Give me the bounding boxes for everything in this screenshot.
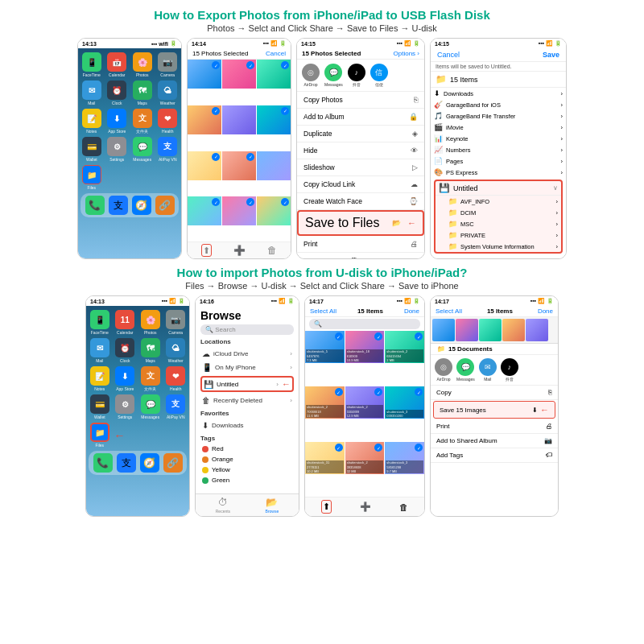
dcim-item[interactable]: 📁DCIM › bbox=[445, 207, 561, 218]
photo-thumb-7[interactable]: ✓ bbox=[188, 151, 221, 180]
avf-item[interactable]: 📁AVF_INFO › bbox=[445, 196, 561, 207]
health-5[interactable]: ❤ Health bbox=[165, 366, 188, 391]
camera-app[interactable]: 📷 Camera bbox=[157, 52, 180, 77]
tiktok-share-app[interactable]: ♪ 抖音 bbox=[348, 64, 365, 87]
watch-face-item[interactable]: Create Watch Face ⌚ bbox=[297, 193, 424, 210]
private-item[interactable]: 📁PRIVATE › bbox=[445, 229, 561, 241]
notes-app[interactable]: 📝 Notes bbox=[80, 109, 103, 134]
notes-5[interactable]: 📝 Notes bbox=[89, 366, 111, 391]
clock-5[interactable]: ⏰ Clock bbox=[114, 338, 137, 363]
phone-3-options[interactable]: Options › bbox=[394, 50, 419, 57]
photo-7-3[interactable]: ✓ shutterstock_2684156942 MB bbox=[385, 331, 424, 363]
select-all-8[interactable]: Select All bbox=[436, 308, 462, 315]
share-7-icon[interactable]: ⬆ bbox=[321, 500, 332, 514]
photo-thumb-5[interactable] bbox=[222, 105, 256, 134]
recents-nav[interactable]: ⏱Recents bbox=[216, 497, 230, 514]
wenjianjia-app[interactable]: 文 文件夹 bbox=[131, 109, 154, 134]
wallet-app[interactable]: 💳 Wallet bbox=[80, 137, 103, 162]
messages-8[interactable]: 💬 Messages bbox=[456, 358, 475, 382]
copy-8-item[interactable]: Copy ⎘ bbox=[431, 386, 558, 400]
on-my-iphone-item[interactable]: 📱 On My iPhone › bbox=[200, 361, 294, 374]
search-7[interactable]: 🔍 bbox=[309, 319, 420, 329]
settings-5[interactable]: ⚙ Settings bbox=[114, 394, 137, 419]
photo-thumb-11[interactable]: ✓ bbox=[222, 196, 256, 225]
dock-compass-5[interactable]: 🔗 bbox=[163, 453, 183, 473]
dock-phone-icon[interactable]: 📞 bbox=[85, 196, 105, 215]
photo-thumb-6[interactable]: ✓ bbox=[257, 105, 291, 134]
untitled-item[interactable]: 💾 Untitled ∨ 📁AVF_INFO › bbox=[434, 180, 563, 254]
photo-7-9[interactable]: ✓ shutterstock_3585652989.7 MB bbox=[385, 442, 424, 474]
done-btn-7[interactable]: Done bbox=[404, 308, 419, 315]
clock-app[interactable]: ⏰ Clock bbox=[106, 80, 129, 105]
weather-5[interactable]: 🌤 Weather bbox=[165, 338, 188, 363]
numbers-item[interactable]: 📈Numbers › bbox=[431, 144, 566, 155]
photo-7-7[interactable]: ✓ shutterstock_31277815110.2 MB bbox=[305, 442, 345, 474]
appstore-5[interactable]: ⬇ App Store bbox=[114, 366, 137, 391]
save-btn[interactable]: Save bbox=[543, 51, 559, 59]
photos-5[interactable]: 🌸 Photos bbox=[139, 310, 162, 335]
photo-7-8[interactable]: ✓ shutterstock_23935860832 MB bbox=[345, 442, 385, 474]
appstore-app[interactable]: ⬇ App Store bbox=[106, 109, 129, 134]
facetime-app[interactable]: 📱 FaceTime bbox=[80, 52, 103, 77]
maps-5[interactable]: 🗺 Maps bbox=[139, 338, 162, 363]
sysvolume-item[interactable]: 📁System Volume Information › bbox=[445, 241, 561, 252]
share-icon[interactable]: ⬆ bbox=[201, 245, 212, 256]
maps-app[interactable]: 🗺 Maps bbox=[131, 80, 154, 105]
calendar-5[interactable]: 11 Calendar bbox=[114, 310, 137, 335]
mail-5[interactable]: ✉ Mail bbox=[89, 338, 111, 363]
messages-5[interactable]: 💬 Messages bbox=[139, 394, 162, 419]
search-bar[interactable]: 🔍 Search bbox=[200, 324, 294, 335]
print-item[interactable]: Print 🖨 bbox=[297, 236, 424, 253]
photo-7-4[interactable]: ✓ shutterstock_27066661811.6 MB bbox=[305, 386, 345, 419]
wallet-5[interactable]: 💳 Wallet bbox=[89, 394, 111, 419]
save-15-images-item[interactable]: Save 15 Images ⬇ ← bbox=[433, 401, 555, 419]
add-7-icon[interactable]: ➕ bbox=[360, 502, 371, 512]
tiktok-8[interactable]: ♪ 抖音 bbox=[501, 358, 518, 382]
trash-icon[interactable]: 🗑 bbox=[267, 245, 277, 256]
duplicate-item[interactable]: Duplicate ◈ bbox=[297, 126, 424, 142]
untitled-browse-item[interactable]: 💾 Untitled › ← bbox=[200, 376, 294, 392]
health-app[interactable]: ❤ Health bbox=[157, 109, 180, 134]
trash-7-icon[interactable]: 🗑 bbox=[399, 502, 408, 512]
alipay-app[interactable]: 支 AliPay VN bbox=[157, 137, 180, 162]
downloads-item[interactable]: ⬇Downloads › bbox=[431, 88, 566, 99]
pages-item[interactable]: 📄Pages › bbox=[431, 155, 566, 167]
photo-7-2[interactable]: ✓ shutterstock_1861090910.9 MB bbox=[345, 331, 385, 363]
recently-deleted-item[interactable]: 🗑 Recently Deleted › bbox=[200, 394, 294, 407]
dock-safari-icon[interactable]: 🧭 bbox=[132, 196, 151, 215]
shared-album-item[interactable]: Add to Shared Album 📷 bbox=[431, 434, 558, 448]
garageband-transfer-item[interactable]: 🎵GarageBand File Transfer › bbox=[431, 110, 566, 122]
airdrop-8[interactable]: ◎ AirDrop bbox=[435, 358, 452, 382]
photo-7-1[interactable]: ✓ shutterstock_564978767.3 MB bbox=[305, 331, 345, 363]
wps-item[interactable]: Save to WPS Office W bbox=[297, 253, 424, 258]
photo-thumb-10[interactable]: ✓ bbox=[188, 196, 221, 225]
airdrop-app[interactable]: ◎ AirDrop bbox=[302, 64, 320, 87]
icloud-link-item[interactable]: Copy iCloud Link ☁ bbox=[297, 176, 424, 193]
garageband-ios-item[interactable]: 🎸GarageBand for iOS › bbox=[431, 99, 566, 110]
dock-alipay-5[interactable]: 支 bbox=[117, 453, 136, 473]
copy-photos-item[interactable]: Copy Photos ⎘ bbox=[297, 92, 424, 109]
select-all-btn[interactable]: Select All bbox=[310, 308, 336, 315]
files-app[interactable]: 📁 Files bbox=[80, 165, 103, 190]
phone-2-cancel[interactable]: Cancel bbox=[266, 50, 286, 57]
browse-nav[interactable]: 📂Browse bbox=[266, 497, 279, 514]
photo-thumb-1[interactable]: ✓ bbox=[188, 60, 221, 89]
weather-app[interactable]: 🌤 Weather bbox=[157, 80, 180, 105]
photo-thumb-2[interactable]: ✓ bbox=[222, 60, 256, 89]
done-btn-8[interactable]: Done bbox=[538, 308, 553, 315]
messages-app[interactable]: 💬 Messages bbox=[131, 137, 154, 162]
add-tags-item[interactable]: Add Tags 🏷 bbox=[431, 448, 558, 463]
icloud-drive-item[interactable]: ☁ iCloud Drive › bbox=[200, 347, 294, 361]
camera-5[interactable]: 📷 Camera bbox=[165, 310, 188, 335]
msc-item[interactable]: 📁MSC › bbox=[445, 218, 561, 229]
photo-thumb-9[interactable] bbox=[257, 151, 291, 180]
dock-phone-5[interactable]: 📞 bbox=[93, 453, 113, 473]
alipay-5[interactable]: 支 AliPay VN bbox=[165, 394, 188, 419]
photo-thumb-4[interactable]: ✓ bbox=[188, 105, 221, 134]
photo-thumb-3[interactable]: ✓ bbox=[257, 60, 291, 89]
imovie-item[interactable]: 🎬iMovie › bbox=[431, 122, 566, 133]
add-to-album-item[interactable]: Add to Album 🔒 bbox=[297, 109, 424, 126]
cancel-btn[interactable]: Cancel bbox=[437, 51, 460, 59]
hide-item[interactable]: Hide 👁 bbox=[297, 142, 424, 159]
calendar-app[interactable]: 📅 Calendar bbox=[106, 52, 129, 77]
